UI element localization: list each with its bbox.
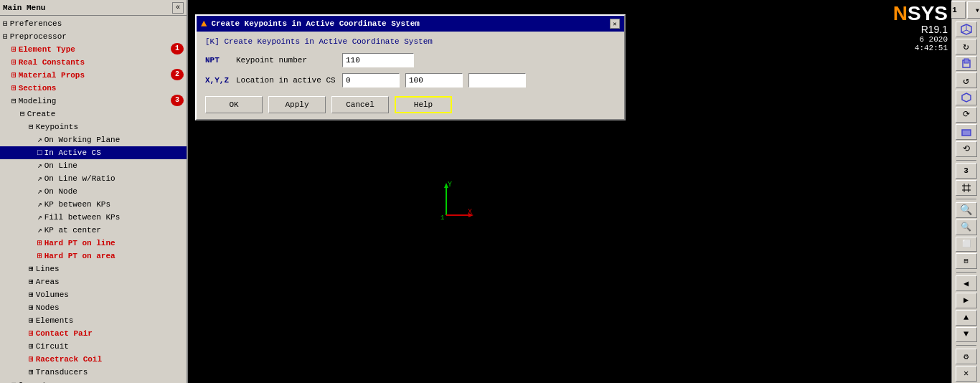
tree-label: Areas	[36, 276, 60, 288]
collapse-button[interactable]: «	[172, 2, 184, 14]
ansys-logo-small: ▲	[201, 18, 207, 29]
zoom-in-button[interactable]: 🔍	[956, 202, 977, 218]
tree-item-volumes[interactable]: ⊞ Volumes	[0, 288, 187, 301]
rotate-button-1[interactable]: ↻	[956, 39, 977, 55]
expand-icon: ⊞	[29, 263, 34, 275]
tree-item-kp-between-kps[interactable]: ↗ KP between KPs	[0, 198, 187, 211]
expand-icon: ⊞	[11, 379, 17, 383]
cube-top-icon	[960, 57, 973, 70]
dialog-body: [K] Create Keypoints in Active Coordinat…	[197, 32, 624, 119]
dialog-buttons: OK Apply Cancel Help	[205, 96, 616, 113]
tree-item-nodes[interactable]: ⊞ Nodes	[0, 301, 187, 314]
tree-item-material-props[interactable]: ⊞ Material Props 2	[0, 69, 187, 82]
tree-item-contact-pair[interactable]: ⊞ Contact Pair	[0, 327, 187, 340]
ok-button[interactable]: OK	[205, 96, 263, 113]
tree-item-on-node[interactable]: ↗ On Node	[0, 185, 187, 198]
tree-item-preferences[interactable]: ⊟ Preferences	[0, 17, 187, 30]
arrow-icon: ↗	[37, 224, 42, 236]
tree-item-hard-pt-on-area[interactable]: ⊞ Hard PT on area	[0, 250, 187, 263]
rotate-button-3[interactable]: ⟳	[956, 107, 977, 123]
tree-label: KP between KPs	[44, 199, 110, 210]
tree-item-in-active-cs[interactable]: □ In Active CS	[0, 146, 187, 159]
x-input[interactable]	[342, 73, 400, 88]
tree-label: Racetrack Coil	[36, 354, 102, 365]
expand-icon: ⊞	[29, 354, 34, 365]
tree-item-create[interactable]: ⊟ Create	[0, 108, 187, 120]
npt-desc-label: Keypoint number	[236, 56, 336, 65]
close-toolbar-button[interactable]: ✕	[956, 366, 977, 382]
tree-item-hard-pt-on-line[interactable]: ⊞ Hard PT on line	[0, 237, 187, 250]
pan-right-button[interactable]: ▶	[956, 293, 977, 308]
tree-item-keypoints[interactable]: ⊟ Keypoints	[0, 120, 187, 133]
arrow-icon: ↗	[37, 186, 42, 197]
number-selector-down[interactable]: ▼	[967, 1, 981, 19]
view-flat-button[interactable]	[956, 124, 977, 140]
view-top-button[interactable]	[956, 56, 977, 72]
tree-label: Fill between KPs	[44, 212, 121, 223]
tree-item-kp-at-center[interactable]: ↗ KP at center	[0, 224, 187, 237]
ansys-version: R19.1	[893, 24, 948, 35]
apply-button[interactable]: Apply	[268, 96, 326, 113]
zoom-box-button[interactable]: ⬜	[956, 237, 977, 252]
xyz-desc-label: Location in active CS	[236, 76, 336, 85]
display-number-3[interactable]: 3	[956, 163, 977, 179]
tree-item-operate[interactable]: ⊞ Operate	[0, 379, 187, 383]
zoom-fit-button[interactable]: ⊞	[956, 253, 977, 269]
dialog-xyz-row: X,Y,Z Location in active CS	[205, 73, 616, 88]
tree-item-transducers[interactable]: ⊞ Transducers	[0, 366, 187, 379]
toolbar-separator-2	[956, 199, 976, 199]
tree-item-fill-between-kps[interactable]: ↗ Fill between KPs	[0, 211, 187, 224]
svg-line-10	[961, 30, 966, 32]
tree-label: Elements	[36, 315, 74, 326]
settings-button[interactable]: ⚙	[956, 349, 977, 364]
tree-item-sections[interactable]: ⊞ Sections	[0, 82, 187, 95]
svg-rect-14	[962, 130, 971, 136]
svg-text:Y: Y	[448, 181, 452, 189]
cube-3d-icon	[960, 23, 973, 36]
grid-button[interactable]	[956, 180, 977, 196]
viewport[interactable]: NSYS R19.1 6 2020 4:42:51 Y X 1	[188, 0, 951, 383]
view-iso-button[interactable]	[956, 90, 977, 105]
tree-label: Material Props	[19, 70, 85, 81]
dialog-subtitle: [K] Create Keypoints in Active Coordinat…	[205, 37, 616, 46]
tree-item-areas[interactable]: ⊞ Areas	[0, 275, 187, 288]
tree-label: Keypoints	[36, 121, 78, 133]
tree-item-on-working-plane[interactable]: ↗ On Working Plane	[0, 133, 187, 146]
dialog-close-button[interactable]: ✕	[610, 19, 620, 29]
expand-icon: ⊞	[29, 367, 34, 378]
pan-down-button[interactable]: ▼	[956, 327, 977, 343]
tree-item-preprocessor[interactable]: ⊟ Preprocessor	[0, 30, 187, 43]
tree-item-circuit[interactable]: ⊞ Circuit	[0, 340, 187, 353]
rotate-button-4[interactable]: ⟲	[956, 141, 977, 157]
z-input[interactable]	[468, 73, 526, 88]
tree-label: On Line	[44, 160, 77, 171]
cancel-button[interactable]: Cancel	[331, 96, 389, 113]
tree-label: Preferences	[10, 18, 62, 29]
pan-left-button[interactable]: ◀	[956, 275, 977, 291]
zoom-out-button[interactable]: 🔍	[956, 219, 977, 235]
tree-item-on-line[interactable]: ↗ On Line	[0, 159, 187, 172]
tree-container: ⊟ Preferences ⊟ Preprocessor ⊞ Element T…	[0, 16, 187, 383]
tree-item-lines[interactable]: ⊞ Lines	[0, 263, 187, 275]
expand-icon: ⊟	[3, 18, 8, 29]
toolbar-separator-1	[956, 160, 976, 161]
tree-item-racetrack-coil[interactable]: ⊞ Racetrack Coil	[0, 353, 187, 366]
help-button[interactable]: Help	[395, 96, 452, 113]
coord-axes-svg: Y X 1	[432, 179, 475, 222]
tree-item-element-type[interactable]: ⊞ Element Type 1	[0, 43, 187, 56]
tree-item-real-constants[interactable]: ⊞ Real Constants	[0, 56, 187, 69]
tree-item-elements[interactable]: ⊞ Elements	[0, 314, 187, 327]
npt-input[interactable]	[342, 53, 414, 67]
tree-label: Circuit	[36, 341, 69, 352]
tree-item-modeling[interactable]: ⊟ Modeling 3	[0, 95, 187, 108]
view-3d-cube-button[interactable]	[956, 22, 977, 37]
y-input[interactable]	[405, 73, 463, 88]
pan-up-button[interactable]: ▲	[956, 310, 977, 326]
tree-label: Hard PT on line	[44, 237, 116, 249]
rotate-button-2[interactable]: ↺	[956, 72, 977, 88]
create-keypoints-dialog: ▲ Create Keypoints in Active Coordinate …	[195, 14, 626, 120]
svg-rect-12	[964, 59, 969, 63]
tree-item-on-line-wratio[interactable]: ↗ On Line w/Ratio	[0, 172, 187, 185]
expand-icon: ⊟	[3, 31, 8, 42]
xyz-key-label: X,Y,Z	[205, 76, 230, 85]
